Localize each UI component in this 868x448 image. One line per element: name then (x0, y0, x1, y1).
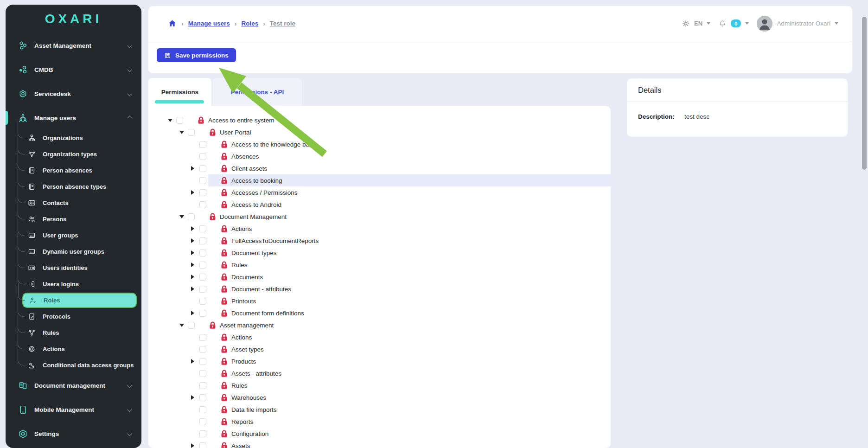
user-avatar[interactable] (757, 16, 772, 32)
sidebar-item-users-identities[interactable]: Users identities (6, 260, 141, 276)
tree-row-documents[interactable]: Documents (148, 271, 611, 283)
collapse-arrow-icon[interactable] (179, 131, 188, 134)
checkbox[interactable] (199, 201, 206, 208)
tab-permissions[interactable]: Permissions (148, 78, 211, 106)
sidebar-item-actions[interactable]: Actions (6, 341, 141, 357)
settings-gear-icon[interactable] (682, 19, 690, 28)
chevron-down-icon[interactable] (707, 22, 710, 25)
tree-row-asset-types[interactable]: Asset types (148, 343, 611, 355)
tree-row-access-to-booking[interactable]: Access to booking (148, 174, 611, 186)
tree-row-absences[interactable]: Absences (148, 150, 611, 162)
checkbox[interactable] (199, 225, 206, 232)
tree-row-warehouses[interactable]: Warehouses (148, 391, 611, 403)
sidebar-item-cmdb[interactable]: CMDB (6, 58, 141, 82)
breadcrumb-link-manage-users[interactable]: Manage users (188, 20, 230, 27)
checkbox[interactable] (199, 286, 206, 293)
tree-row-document-types[interactable]: Document types (148, 247, 611, 259)
expand-arrow-icon[interactable] (191, 238, 199, 243)
checkbox[interactable] (199, 394, 206, 401)
expand-arrow-icon[interactable] (191, 190, 199, 195)
checkbox[interactable] (199, 189, 206, 196)
checkbox[interactable] (199, 177, 206, 184)
sidebar-item-organization-types[interactable]: Organization types (6, 146, 141, 162)
sidebar-item-settings[interactable]: Settings (6, 422, 141, 446)
sidebar-item-users-logins[interactable]: Users logins (6, 276, 141, 292)
expand-arrow-icon[interactable] (191, 395, 199, 400)
expand-arrow-icon[interactable] (191, 443, 199, 448)
sidebar-item-dynamic-user-groups[interactable]: Dynamic user groups (6, 243, 141, 260)
tree-row-access-to-entire-system[interactable]: Access to entire system (148, 114, 611, 126)
checkbox[interactable] (199, 165, 206, 172)
sidebar-item-person-absence-types[interactable]: Person absence types (6, 179, 141, 195)
checkbox[interactable] (199, 250, 206, 256)
checkbox[interactable] (199, 358, 206, 365)
checkbox[interactable] (199, 237, 206, 244)
language-selector[interactable]: EN (694, 20, 702, 27)
sidebar-item-contacts[interactable]: Contacts (6, 195, 141, 211)
checkbox[interactable] (199, 141, 206, 148)
home-icon[interactable] (168, 19, 177, 28)
collapse-arrow-icon[interactable] (179, 215, 188, 218)
tree-row-access-to-the-knowledge-base[interactable]: Access to the knowledge base (148, 138, 611, 150)
tree-row-rules[interactable]: Rules (148, 259, 611, 271)
expand-arrow-icon[interactable] (191, 275, 199, 279)
tree-row-document-form-definitions[interactable]: Document form definitions (148, 307, 611, 319)
checkbox[interactable] (188, 129, 195, 136)
expand-arrow-icon[interactable] (191, 250, 199, 255)
sidebar-item-persons[interactable]: Persons (6, 211, 141, 227)
tree-row-printouts[interactable]: Printouts (148, 295, 611, 307)
expand-arrow-icon[interactable] (191, 166, 199, 171)
checkbox[interactable] (199, 406, 206, 413)
sidebar-item-manage-users[interactable]: Manage users (6, 106, 141, 130)
tree-row-actions[interactable]: Actions (148, 223, 611, 235)
tree-row-user-portal[interactable]: User Portal (148, 126, 611, 138)
expand-arrow-icon[interactable] (191, 359, 199, 364)
tree-row-document-management[interactable]: Document Management (148, 211, 611, 223)
chevron-down-icon[interactable] (835, 22, 838, 25)
sidebar-item-user-groups[interactable]: User groups (6, 227, 141, 243)
tree-row-products[interactable]: Products (148, 355, 611, 367)
tree-row-fullaccesstodocumentreports[interactable]: FullAccessToDocumentReports (148, 235, 611, 247)
checkbox[interactable] (176, 117, 183, 124)
tree-row-client-assets[interactable]: Client assets (148, 162, 611, 174)
tab-permissions-api[interactable]: Permissions - API (213, 78, 302, 106)
expand-arrow-icon[interactable] (191, 226, 199, 231)
tree-row-document-attributes[interactable]: Document - attributes (148, 283, 611, 295)
sidebar-item-roles[interactable]: Roles (22, 293, 137, 308)
checkbox[interactable] (199, 274, 206, 281)
checkbox[interactable] (199, 262, 206, 269)
notification-count-badge[interactable]: 0 (731, 19, 741, 27)
tree-row-asset-management[interactable]: Asset management (148, 319, 611, 331)
tree-row-assets-attributes[interactable]: Assets - attributes (148, 367, 611, 379)
expand-arrow-icon[interactable] (191, 311, 199, 315)
sidebar-item-rules[interactable]: Rules (6, 325, 141, 341)
checkbox[interactable] (199, 370, 206, 377)
sidebar-item-asset-management[interactable]: Asset Management (6, 33, 141, 58)
save-permissions-button[interactable]: Save permissions (157, 48, 236, 62)
expand-arrow-icon[interactable] (191, 262, 199, 267)
tree-row-accesses-permissions[interactable]: Accesses / Permissions (148, 186, 611, 198)
tree-row-actions[interactable]: Actions (148, 331, 611, 343)
checkbox[interactable] (188, 213, 195, 220)
checkbox[interactable] (199, 382, 206, 389)
sidebar-item-document-management[interactable]: Document management (6, 373, 141, 397)
tree-row-reports[interactable]: Reports (148, 416, 611, 428)
sidebar-item-organizations[interactable]: Organizations (6, 130, 141, 146)
sidebar-item-servicedesk[interactable]: Servicedesk (6, 82, 141, 106)
expand-arrow-icon[interactable] (191, 287, 199, 291)
checkbox[interactable] (199, 310, 206, 317)
sidebar-item-person-absences[interactable]: Person absences (6, 162, 141, 179)
sidebar-item-mobile-management[interactable]: Mobile Management (6, 397, 141, 422)
sidebar-item-conditional-data-access-groups[interactable]: Conditional data access groups (6, 357, 141, 373)
vertical-scrollbar[interactable] (862, 17, 867, 170)
tree-row-configuration[interactable]: Configuration (148, 428, 611, 440)
breadcrumb-link-roles[interactable]: Roles (241, 20, 258, 27)
collapse-arrow-icon[interactable] (179, 324, 188, 327)
checkbox[interactable] (199, 298, 206, 305)
tree-row-access-to-android[interactable]: Access to Android (148, 198, 611, 211)
tree-row-assets[interactable]: Assets (148, 440, 611, 448)
checkbox[interactable] (199, 418, 206, 425)
checkbox[interactable] (199, 334, 206, 341)
checkbox[interactable] (199, 430, 206, 437)
checkbox[interactable] (199, 153, 206, 160)
